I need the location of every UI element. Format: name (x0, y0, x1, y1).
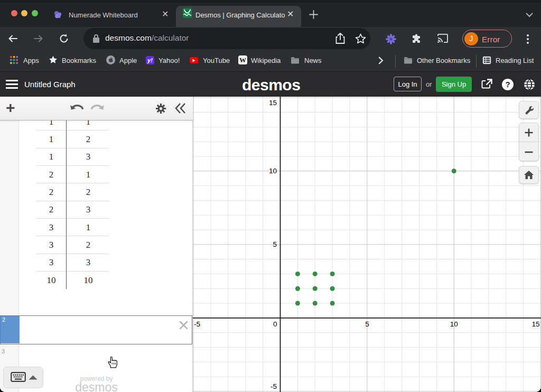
svg-text:-5: -5 (270, 382, 277, 390)
svg-text:10: 10 (269, 167, 277, 175)
svg-text:5: 5 (273, 240, 277, 248)
svg-text:-5: -5 (194, 320, 200, 328)
svg-text:15: 15 (531, 320, 539, 328)
svg-text:5: 5 (365, 320, 369, 328)
svg-text:10: 10 (450, 320, 458, 328)
svg-text:15: 15 (269, 99, 277, 107)
svg-text:0: 0 (273, 320, 277, 328)
